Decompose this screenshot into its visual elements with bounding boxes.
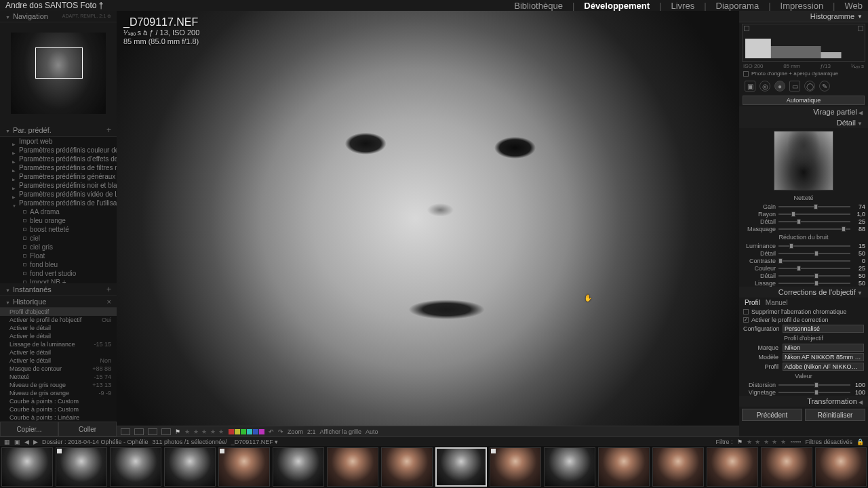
module-développement[interactable]: Développement [584, 1, 650, 11]
module-diaporama[interactable]: Diaporama [716, 1, 760, 11]
color-filter[interactable]: ▫▫▫▫▫ [791, 439, 802, 445]
preset-folder[interactable]: Paramètres prédéfinis généraux de Lightr… [0, 172, 117, 181]
enable-profile-checkbox[interactable]: ✓ [743, 317, 749, 323]
flag-filter-icon[interactable]: ⚑ [737, 439, 743, 445]
color-labels[interactable] [229, 429, 264, 434]
preset-item[interactable]: AA drama [0, 207, 117, 216]
brand-select[interactable]: Nikon [783, 344, 864, 352]
clear-history-icon[interactable]: × [107, 298, 111, 306]
current-file[interactable]: _D709117.NEF ▾ [231, 439, 279, 445]
presets-header[interactable]: Par. prédéf. + [0, 124, 117, 137]
rotate-left-icon[interactable]: ↶ [269, 428, 274, 435]
star-filter[interactable]: ★ ★ ★ ★ ★ [747, 439, 787, 445]
history-step[interactable]: Activer le détailNon [0, 357, 117, 365]
history-step[interactable]: Netteté-15 74 [0, 373, 117, 381]
view-mode-before[interactable] [148, 428, 157, 435]
filmstrip-thumb[interactable] [110, 447, 161, 487]
lens-corrections-header[interactable]: Corrections de l'objectif [739, 287, 868, 298]
previous-button[interactable]: Précédent [742, 409, 802, 421]
filmstrip-thumb[interactable] [490, 447, 541, 487]
sharpen-rayon-slider[interactable]: Rayon1,0 [739, 210, 868, 218]
filmstrip[interactable] [0, 446, 868, 488]
history-step[interactable]: Lissage de la luminance-15 15 [0, 340, 117, 348]
sharpen-mask-slider[interactable]: Masquage88 [739, 225, 868, 232]
preset-folder[interactable]: Paramètres prédéfinis vidéo de Lightroom [0, 190, 117, 199]
preset-folder[interactable]: Paramètres prédéfinis de filtres noir et… [0, 163, 117, 172]
filmstrip-thumb[interactable] [544, 447, 595, 487]
reset-button[interactable]: Réinitialiser [805, 409, 865, 421]
history-step[interactable]: Niveau de gris orange-9 -9 [0, 389, 117, 397]
filmstrip-thumb[interactable] [56, 447, 107, 487]
filmstrip-thumb[interactable] [218, 447, 270, 487]
history-step[interactable]: Masque de contour+88 88 [0, 365, 117, 373]
noise-con-slider[interactable]: Contraste0 [739, 257, 868, 264]
history-step[interactable]: Courbe à points : Custom [0, 397, 117, 405]
module-bibliothèque[interactable]: Bibliothèque [514, 1, 563, 11]
sharpen-det-slider[interactable]: Détail25 [739, 218, 868, 225]
lens-vig-slider[interactable]: Vignetage100 [739, 388, 868, 396]
folder-path[interactable]: Dossier : 2018-04-14 Ophélie - Ophélie [42, 439, 149, 445]
crop-tool-icon[interactable]: ▣ [745, 81, 755, 92]
second-window-icon[interactable]: ▣ [14, 439, 20, 445]
noise-lis-slider[interactable]: Lissage50 [739, 279, 868, 287]
filmstrip-thumb[interactable] [707, 447, 758, 487]
preset-item[interactable]: Import NB + [0, 278, 117, 283]
spot-tool-icon[interactable]: ◎ [760, 81, 770, 92]
history-step[interactable]: Activer le détail [0, 332, 117, 340]
tab-manual[interactable]: Manuel [766, 299, 788, 306]
filmstrip-thumb[interactable] [327, 447, 378, 487]
noise-d2-slider[interactable]: Détail50 [739, 272, 868, 279]
filter-lock-icon[interactable]: 🔒 [856, 439, 864, 445]
nav-prev-icon[interactable]: ◀ [24, 439, 29, 445]
preset-folder[interactable]: Import web [0, 137, 117, 146]
rating-stars[interactable]: ★ ★ ★ ★ ★ [184, 428, 224, 435]
filmstrip-thumb[interactable] [164, 447, 216, 487]
split-toning-header[interactable]: Virage partiel [739, 106, 868, 117]
module-impression[interactable]: Impression [781, 1, 824, 11]
copy-button[interactable]: Copier... [0, 422, 58, 436]
tab-profile[interactable]: Profil [745, 299, 760, 306]
transform-header[interactable]: Transformation [739, 396, 868, 407]
grad-tool-icon[interactable]: ▭ [789, 81, 800, 92]
noise-lum-slider[interactable]: Luminance15 [739, 242, 868, 249]
filmstrip-thumb[interactable] [761, 447, 812, 487]
history-step[interactable]: Activer le profil de l'objectifOui [0, 316, 117, 324]
snapshots-header[interactable]: Instantanés + [0, 283, 117, 296]
preset-item[interactable]: ciel gris [0, 243, 117, 251]
paste-button[interactable]: Coller [58, 422, 117, 436]
preset-item[interactable]: fond bleu [0, 260, 117, 269]
auto-button[interactable]: Automatique [743, 96, 865, 105]
grid-icon[interactable]: ▦ [4, 439, 10, 445]
rotate-right-icon[interactable]: ↷ [278, 428, 283, 435]
history-step[interactable]: Profil d'objectif [0, 308, 117, 316]
navigator-preview[interactable] [0, 22, 117, 124]
history-step[interactable]: Niveau de gris rouge+13 13 [0, 381, 117, 389]
brush-tool-icon[interactable]: ✎ [819, 81, 830, 92]
preset-folder[interactable]: Paramètres prédéfinis de l'utilisateur [0, 199, 117, 207]
preset-item[interactable]: Float [0, 251, 117, 260]
noise-col-slider[interactable]: Couleur25 [739, 264, 868, 272]
filmstrip-thumb[interactable] [273, 447, 324, 487]
view-mode-compare[interactable] [134, 428, 144, 435]
preview-mode[interactable]: Photo d'origine + aperçu dynamique [739, 69, 868, 78]
preset-item[interactable]: boost netteté [0, 225, 117, 234]
filmstrip-thumb[interactable] [435, 447, 487, 487]
add-preset-icon[interactable]: + [106, 125, 111, 135]
history-step[interactable]: Activer le détail [0, 324, 117, 332]
model-select[interactable]: Nikon AF NIKKOR 85mm f/1.8D [783, 353, 864, 361]
history-step[interactable]: Activer le détail [0, 348, 117, 357]
nav-next-icon[interactable]: ▶ [33, 439, 38, 445]
histogram-header[interactable]: Histogramme▼ [739, 11, 868, 22]
filter-status[interactable]: Filtres désactivés [805, 439, 852, 445]
add-snapshot-icon[interactable]: + [106, 285, 111, 294]
profile-select[interactable]: Adobe (Nikon AF NIKKOR 85m... [783, 363, 864, 371]
config-select[interactable]: Personnalisé [783, 325, 864, 333]
preset-folder[interactable]: Paramètres prédéfinis noir et blanc de L… [0, 181, 117, 190]
filmstrip-thumb[interactable] [598, 447, 650, 487]
module-livres[interactable]: Livres [671, 1, 694, 11]
image-canvas[interactable]: _D709117.NEF ¹⁄₁₈₀ s à ƒ / 13, ISO 200 8… [117, 11, 739, 426]
filmstrip-thumb[interactable] [815, 447, 867, 487]
detail-header[interactable]: Détail [739, 117, 868, 128]
history-step[interactable]: Courbe à points : Custom [0, 405, 117, 413]
view-mode-grid[interactable] [161, 428, 171, 435]
